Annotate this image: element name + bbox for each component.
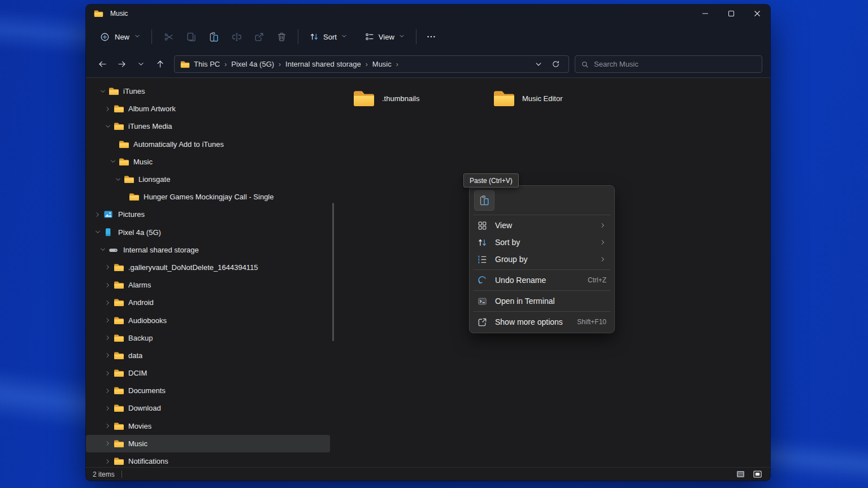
sidebar-item-dcim[interactable]: DCIM [86, 364, 330, 382]
search-input[interactable] [594, 60, 756, 68]
sidebar-item-download[interactable]: Download [86, 399, 330, 417]
sidebar-item-pixel-4a-5g[interactable]: Pixel 4a (5G) [86, 224, 330, 241]
minimize-button[interactable] [692, 5, 718, 23]
chevron-right-icon[interactable] [103, 298, 112, 307]
chevron-right-icon[interactable] [103, 421, 112, 430]
paste-tooltip-text: Paste (Ctrl+V) [470, 177, 513, 185]
more-options-button[interactable] [422, 27, 441, 46]
sidebar-item-itunes-media[interactable]: iTunes Media [86, 117, 330, 135]
context-menu-item-open-in-terminal[interactable]: Open in Terminal [472, 293, 612, 310]
context-menu-paste-button[interactable] [474, 190, 494, 211]
sidebar-item-music[interactable]: Music [86, 153, 330, 171]
chevron-right-icon[interactable] [103, 333, 112, 342]
chevron-right-icon[interactable] [103, 263, 112, 272]
context-menu-item-group-by[interactable]: Group by [472, 251, 612, 268]
file-tile-music-editor[interactable]: Music Editor [488, 86, 628, 111]
recent-locations-button[interactable] [132, 56, 149, 73]
chevron-right-icon[interactable] [103, 404, 112, 413]
up-button[interactable] [151, 56, 168, 73]
folder-icon [114, 298, 124, 307]
sidebar-item-automatically-add-to-itunes[interactable]: Automatically Add to iTunes [86, 136, 330, 153]
folder-icon [114, 351, 124, 360]
search-box[interactable] [575, 55, 762, 73]
sidebar-item-documents[interactable]: Documents [86, 382, 330, 399]
context-menu-item-show-more-options[interactable]: Show more optionsShift+F10 [472, 313, 612, 330]
sidebar-item-movies[interactable]: Movies [86, 417, 330, 435]
sidebar-item-album-artwork[interactable]: Album Artwork [86, 100, 330, 117]
maximize-button[interactable] [718, 5, 744, 23]
pictures-icon [103, 210, 114, 219]
large-icons-view-button[interactable] [751, 469, 763, 480]
sidebar-item-label: Automatically Add to iTunes [133, 140, 224, 149]
view-button[interactable]: View [359, 27, 411, 46]
breadcrumb-music[interactable]: Music [371, 60, 393, 68]
chevron-right-icon[interactable] [103, 316, 112, 325]
sidebar-item-notifications[interactable]: Notifications [86, 452, 330, 467]
window-title: Music [110, 10, 128, 18]
toolbar-paste-button[interactable] [202, 27, 225, 46]
chevron-right-icon [600, 256, 606, 263]
sort-button[interactable]: Sort [303, 27, 353, 46]
sort-arrows-icon [309, 32, 319, 42]
sidebar-item-label: Hunger Games Mockingjay Call - Single [144, 193, 274, 201]
sidebar-item-hunger-games-mockingjay-call-single[interactable]: Hunger Games Mockingjay Call - Single [86, 188, 330, 206]
chevron-down-icon[interactable] [108, 157, 118, 166]
chevron-right-icon[interactable] [103, 439, 112, 448]
details-view-button[interactable] [734, 469, 747, 480]
breadcrumb-this-pc[interactable]: This PC [192, 60, 222, 68]
chevron-down-icon[interactable] [114, 175, 123, 184]
file-name: Music Editor [522, 94, 563, 103]
sidebar-item-android[interactable]: Android [86, 294, 330, 311]
sort-button-label: Sort [323, 33, 337, 41]
sidebar-item-itunes[interactable]: iTunes [86, 82, 330, 100]
context-menu-item-undo-rename[interactable]: Undo RenameCtrl+Z [472, 272, 612, 289]
close-button[interactable] [744, 5, 770, 23]
forward-button[interactable] [113, 56, 130, 73]
sidebar-item-internal-shared-storage[interactable]: Internal shared storage [86, 241, 330, 259]
toolbar-separator [151, 29, 152, 44]
sidebar-item-data[interactable]: data [86, 347, 330, 364]
address-bar[interactable]: This PC›Pixel 4a (5G)›Internal shared st… [174, 55, 569, 73]
file-tile-thumbnails[interactable]: .thumbnails [348, 86, 488, 111]
chevron-down-icon[interactable] [98, 245, 107, 254]
breadcrumb-separator-icon: › [222, 60, 229, 68]
chevron-right-icon[interactable] [93, 210, 102, 219]
chevron-right-icon[interactable] [103, 369, 112, 378]
chevron-right-icon[interactable] [103, 457, 112, 466]
context-menu-item-sort-by[interactable]: Sort by [472, 234, 612, 251]
command-toolbar: New Sort [86, 23, 770, 51]
chevron-down-icon [535, 60, 542, 68]
sidebar-item-backup[interactable]: Backup [86, 329, 330, 347]
rename-icon [231, 32, 242, 42]
paste-tooltip: Paste (Ctrl+V) [463, 173, 519, 188]
chevron-right-icon[interactable] [103, 104, 112, 114]
menu-item-label: Group by [495, 255, 592, 264]
chevron-down-icon[interactable] [103, 122, 112, 131]
sidebar-item-pictures[interactable]: Pictures [86, 206, 330, 223]
sidebar-item-galleryvault-donotdelete-1644394115[interactable]: .galleryvault_DoNotDelete_1644394115 [86, 259, 330, 276]
titlebar[interactable]: Music [86, 5, 770, 23]
item-count: 2 items [93, 470, 115, 478]
context-menu-item-view[interactable]: View [472, 217, 612, 234]
chevron-down-icon[interactable] [93, 228, 102, 237]
chevron-down-icon[interactable] [98, 87, 107, 96]
back-button[interactable] [94, 56, 111, 73]
new-button[interactable]: New [94, 27, 146, 46]
sidebar-item-alarms[interactable]: Alarms [86, 276, 330, 294]
ellipsis-icon [426, 32, 436, 42]
sidebar-item-audiobooks[interactable]: Audiobooks [86, 311, 330, 329]
refresh-icon [552, 60, 560, 68]
sidebar-item-lionsgate[interactable]: Lionsgate [86, 171, 330, 188]
sidebar-item-music[interactable]: Music [86, 435, 330, 452]
folder-icon [114, 369, 124, 377]
chevron-right-icon[interactable] [103, 351, 112, 360]
breadcrumb-pixel-4a-5g[interactable]: Pixel 4a (5G) [229, 60, 276, 68]
address-dropdown-button[interactable] [531, 57, 546, 72]
chevron-right-icon[interactable] [103, 386, 112, 395]
chevron-right-icon[interactable] [103, 281, 112, 290]
menu-item-label: Undo Rename [495, 276, 580, 285]
sidebar-scrollbar[interactable] [332, 203, 334, 341]
breadcrumb-internal-shared-storage[interactable]: Internal shared storage [284, 60, 363, 68]
folder-icon [129, 193, 140, 201]
refresh-button[interactable] [548, 57, 563, 72]
